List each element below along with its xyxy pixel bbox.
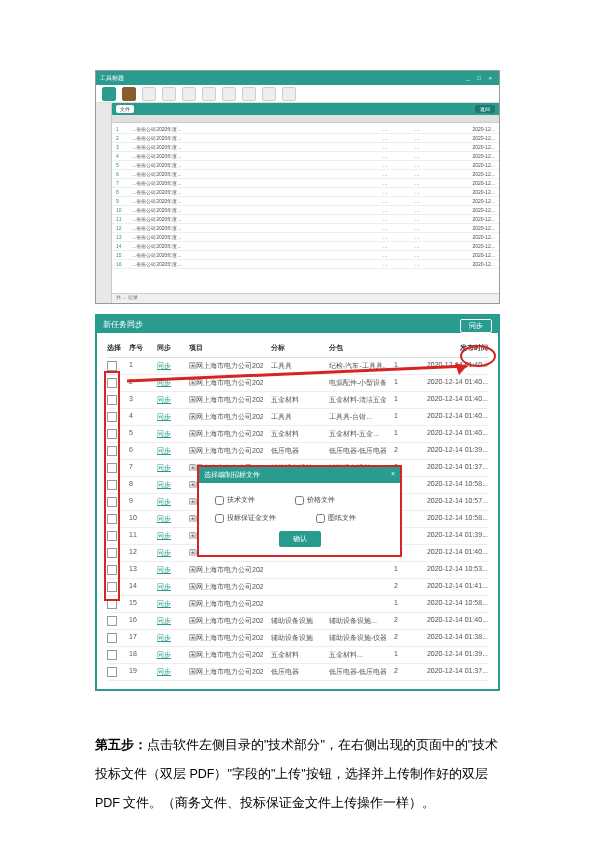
row-sync-link[interactable]: 同步 <box>157 395 181 406</box>
table-row[interactable]: 17同步国网上海市电力公司2020年第...辅助设备设施辅助设备设施-仪器仪..… <box>107 630 488 647</box>
close-icon[interactable]: × <box>485 75 495 81</box>
row-sync-link[interactable]: 同步 <box>157 565 181 576</box>
row-sync-link[interactable]: 同步 <box>157 599 181 610</box>
toolbar-icon[interactable] <box>202 87 216 101</box>
table-row[interactable]: 6同步国网上海市电力公司2020年第...低压电器低压电器-低压电器...220… <box>107 443 488 460</box>
app-title: 工具标题 <box>100 74 124 83</box>
task-list: 1...省份公司2020年度.........2020-12...2...省份公… <box>112 123 499 293</box>
task-row[interactable]: 11...省份公司2020年度.........2020-12... <box>112 215 499 224</box>
toolbar-icon[interactable] <box>162 87 176 101</box>
tab-end[interactable]: 返回 <box>475 105 495 113</box>
toolbar-icon[interactable] <box>282 87 296 101</box>
table-header: 选择 序号 同步 项目 分标 分包 发布时间 <box>107 341 488 358</box>
task-row[interactable]: 10...省份公司2020年度.........2020-12... <box>112 206 499 215</box>
highlight-circle <box>460 345 496 367</box>
confirm-button[interactable]: 确认 <box>279 531 321 547</box>
col-seq: 序号 <box>129 343 149 353</box>
dialog-titlebar: 选择编制招标文件 × <box>199 467 400 483</box>
row-sync-link[interactable]: 同步 <box>157 531 181 542</box>
task-row[interactable]: 1...省份公司2020年度.........2020-12... <box>112 125 499 134</box>
svg-line-0 <box>127 366 467 381</box>
task-row[interactable]: 12...省份公司2020年度.........2020-12... <box>112 224 499 233</box>
maximize-icon[interactable]: □ <box>474 75 484 81</box>
app-sidebar[interactable] <box>96 103 112 303</box>
task-row[interactable]: 3...省份公司2020年度.........2020-12... <box>112 143 499 152</box>
highlight-box <box>104 371 120 601</box>
row-sync-link[interactable]: 同步 <box>157 514 181 525</box>
titlebar: 工具标题 _ □ × <box>96 71 499 85</box>
toolbar <box>96 85 499 103</box>
instruction-block: 第五步：点击软件左侧目录的"技术部分"，在右侧出现的页面中的"技术投标文件（双层… <box>95 731 500 817</box>
table-row[interactable]: 15同步国网上海市电力公司2020年第...12020-12-14 10:58.… <box>107 596 488 613</box>
task-row[interactable]: 2...省份公司2020年度.........2020-12... <box>112 134 499 143</box>
row-sync-link[interactable]: 同步 <box>157 446 181 457</box>
task-row[interactable]: 8...省份公司2020年度.........2020-12... <box>112 188 499 197</box>
row-checkbox[interactable] <box>107 361 121 372</box>
dialog-close-icon[interactable]: × <box>391 470 395 480</box>
tab-label[interactable]: 文件 <box>116 105 134 113</box>
dialog-select-files: 选择编制招标文件 × 技术文件 价格文件 投标保证金文件 图纸文件 确认 <box>197 465 402 557</box>
toolbar-icon[interactable] <box>242 87 256 101</box>
table-row[interactable]: 19同步国网上海市电力公司2020年第...低压电器低压电器-低压电器...22… <box>107 664 488 681</box>
row-checkbox[interactable] <box>107 667 121 678</box>
row-checkbox[interactable] <box>107 616 121 627</box>
chk-price-file[interactable]: 价格文件 <box>295 495 335 505</box>
toolbar-icon[interactable] <box>142 87 156 101</box>
toolbar-icon[interactable] <box>122 87 136 101</box>
table-row[interactable]: 3同步国网上海市电力公司2020年第...五金材料五金材料-清洁五金...120… <box>107 392 488 409</box>
minimize-icon[interactable]: _ <box>463 75 472 81</box>
col-n <box>394 343 404 353</box>
table-row[interactable]: 5同步国网上海市电力公司2020年第...五金材料五金材料-五金...12020… <box>107 426 488 443</box>
dialog-title-text: 选择编制招标文件 <box>204 470 260 480</box>
modal-title-text: 新任务同步 <box>103 319 143 330</box>
modal-titlebar: 新任务同步 × <box>97 316 498 333</box>
task-row[interactable]: 7...省份公司2020年度.........2020-12... <box>112 179 499 188</box>
chk-tech-input[interactable] <box>215 496 224 505</box>
col-section: 分标 <box>271 343 321 353</box>
row-sync-link[interactable]: 同步 <box>157 548 181 559</box>
toolbar-icon[interactable] <box>222 87 236 101</box>
row-sync-link[interactable]: 同步 <box>157 650 181 661</box>
row-sync-link[interactable]: 同步 <box>157 616 181 627</box>
task-row[interactable]: 16...省份公司2020年度.........2020-12... <box>112 260 499 269</box>
toolbar-icon[interactable] <box>102 87 116 101</box>
task-row[interactable]: 6...省份公司2020年度.........2020-12... <box>112 170 499 179</box>
row-checkbox[interactable] <box>107 650 121 661</box>
chk-drawing-input[interactable] <box>316 514 325 523</box>
col-project: 项目 <box>189 343 263 353</box>
task-row[interactable]: 9...省份公司2020年度.........2020-12... <box>112 197 499 206</box>
table-row[interactable]: 4同步国网上海市电力公司2020年第...工具具工具具-台钳...12020-1… <box>107 409 488 426</box>
chk-price-input[interactable] <box>295 496 304 505</box>
chk-drawing-file[interactable]: 图纸文件 <box>316 513 356 523</box>
task-row[interactable]: 13...省份公司2020年度.........2020-12... <box>112 233 499 242</box>
task-row[interactable]: 15...省份公司2020年度.........2020-12... <box>112 251 499 260</box>
task-row[interactable]: 14...省份公司2020年度.........2020-12... <box>112 242 499 251</box>
chk-deposit-input[interactable] <box>215 514 224 523</box>
window-controls: _ □ × <box>463 75 495 81</box>
table-row[interactable]: 16同步国网上海市电力公司2020年第...辅助设备设施辅助设备设施...220… <box>107 613 488 630</box>
chk-tech-file[interactable]: 技术文件 <box>215 495 255 505</box>
tab-bar: 文件 返回 <box>112 103 499 115</box>
chk-deposit-file[interactable]: 投标保证金文件 <box>215 513 276 523</box>
task-row[interactable]: 5...省份公司2020年度.........2020-12... <box>112 161 499 170</box>
toolbar-icon[interactable] <box>182 87 196 101</box>
task-row[interactable]: 4...省份公司2020年度.........2020-12... <box>112 152 499 161</box>
sync-button[interactable]: 同步 <box>460 319 492 333</box>
row-sync-link[interactable]: 同步 <box>157 497 181 508</box>
table-row[interactable]: 13同步国网上海市电力公司2020年第...12020-12-14 10:53.… <box>107 562 488 579</box>
step-body: 点击软件左侧目录的"技术部分"，在右侧出现的页面中的"技术投标文件（双层 PDF… <box>95 738 498 810</box>
col-select: 选择 <box>107 343 121 353</box>
row-checkbox[interactable] <box>107 633 121 644</box>
step-label: 第五步： <box>95 738 147 752</box>
table-row[interactable]: 18同步国网上海市电力公司2020年第...五金材料五金材料...12020-1… <box>107 647 488 664</box>
app-footer: 共 ... 记录 <box>112 293 499 303</box>
table-row[interactable]: 14同步国网上海市电力公司2020年第...22020-12-14 01:41.… <box>107 579 488 596</box>
row-sync-link[interactable]: 同步 <box>157 480 181 491</box>
row-sync-link[interactable]: 同步 <box>157 667 181 678</box>
row-sync-link[interactable]: 同步 <box>157 633 181 644</box>
toolbar-icon[interactable] <box>262 87 276 101</box>
row-sync-link[interactable]: 同步 <box>157 463 181 474</box>
row-sync-link[interactable]: 同步 <box>157 429 181 440</box>
row-sync-link[interactable]: 同步 <box>157 412 181 423</box>
row-sync-link[interactable]: 同步 <box>157 582 181 593</box>
